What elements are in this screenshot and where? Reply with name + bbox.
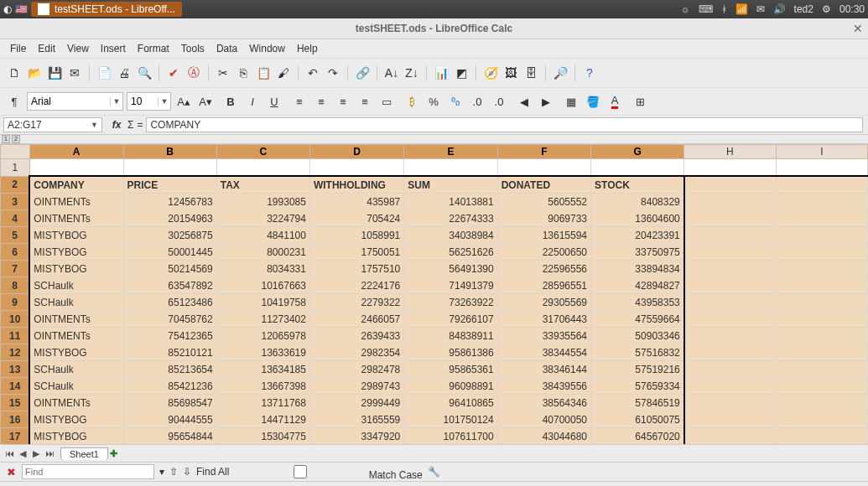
table-cell[interactable]: 1757510 — [309, 261, 403, 277]
table-cell[interactable]: 101750124 — [404, 411, 497, 428]
table-cell[interactable]: 96410865 — [404, 395, 497, 411]
sort-asc-icon[interactable]: A↓ — [382, 64, 401, 82]
table-cell[interactable]: 79266107 — [404, 311, 497, 328]
table-cell[interactable]: 38344554 — [497, 344, 590, 361]
equals-icon[interactable]: = — [137, 119, 143, 131]
table-cell[interactable]: 29305569 — [497, 294, 590, 311]
table-cell[interactable]: 8408329 — [591, 194, 684, 210]
table-cell[interactable]: 90444555 — [123, 411, 216, 428]
row-header[interactable]: 17 — [1, 428, 30, 445]
row-header[interactable]: 15 — [1, 395, 30, 411]
table-cell[interactable]: 61050075 — [591, 411, 684, 428]
undo-icon[interactable]: ↶ — [304, 64, 322, 82]
table-cell[interactable]: 11273402 — [216, 311, 309, 328]
find-prev-icon[interactable]: ⇧ — [169, 466, 178, 478]
table-cell[interactable]: 2982478 — [309, 361, 403, 378]
keyboard-icon[interactable]: ⌨ — [699, 3, 713, 15]
table-cell[interactable]: SCHaulk — [29, 294, 123, 311]
table-cell[interactable]: 13634185 — [216, 361, 309, 378]
copy-icon[interactable]: ⎘ — [234, 64, 252, 82]
row-header[interactable]: 11 — [1, 328, 30, 344]
table-cell[interactable]: 10167663 — [216, 277, 309, 294]
italic-icon[interactable]: I — [243, 92, 262, 111]
table-cell[interactable]: 95654844 — [123, 428, 216, 445]
table-cell[interactable]: 85210121 — [123, 344, 216, 361]
row-header[interactable]: 6 — [1, 244, 30, 261]
auto-spellcheck-icon[interactable]: Ⓐ — [185, 64, 203, 82]
row-header[interactable]: 10 — [1, 311, 30, 328]
font-name-input[interactable] — [28, 94, 110, 109]
decrease-indent-icon[interactable]: ◀ — [515, 92, 533, 111]
table-cell[interactable]: MISTYBOG — [29, 344, 123, 361]
table-header-cell[interactable]: DONATED — [497, 176, 590, 194]
table-cell[interactable]: 2982354 — [309, 344, 403, 361]
table-cell[interactable]: 43044680 — [497, 428, 590, 445]
name-box[interactable]: A2:G17 ▼ — [3, 117, 102, 132]
table-cell[interactable]: 10419758 — [216, 294, 309, 311]
menu-data[interactable]: Data — [211, 41, 242, 56]
row-header[interactable]: 9 — [1, 294, 30, 311]
menu-format[interactable]: Format — [133, 41, 174, 56]
table-cell[interactable]: 34038984 — [404, 227, 497, 244]
table-cell[interactable]: 96098891 — [404, 378, 497, 395]
table-cell[interactable]: 95861386 — [404, 344, 497, 361]
align-justify-icon[interactable]: ≡ — [356, 92, 374, 111]
table-cell[interactable]: 13615594 — [497, 227, 590, 244]
column-header[interactable]: E — [404, 145, 497, 159]
align-left-icon[interactable]: ≡ — [290, 92, 309, 111]
print-preview-icon[interactable]: 🔍 — [135, 64, 153, 82]
paste-icon[interactable]: 📋 — [254, 64, 273, 82]
add-decimal-icon[interactable]: .0 — [468, 92, 486, 111]
table-cell[interactable]: 33894834 — [591, 261, 684, 277]
user-label[interactable]: ted2 — [794, 3, 813, 15]
function-wizard-icon[interactable]: fx — [109, 119, 124, 131]
table-cell[interactable]: 705424 — [309, 210, 403, 227]
table-cell[interactable]: 15304775 — [216, 428, 309, 445]
settings-gear-icon[interactable]: ⚙ — [822, 3, 831, 15]
row-header[interactable]: 5 — [1, 227, 30, 244]
table-cell[interactable]: 50001445 — [123, 244, 216, 261]
table-cell[interactable]: 3347920 — [309, 428, 403, 445]
merge-cells-icon[interactable]: ▭ — [377, 92, 396, 111]
add-sheet-icon[interactable]: ✚ — [110, 448, 117, 459]
font-name-combo[interactable]: ▼ — [27, 92, 123, 111]
align-right-icon[interactable]: ≡ — [334, 92, 352, 111]
open-icon[interactable]: 📂 — [25, 64, 44, 82]
table-cell[interactable]: 38439556 — [497, 378, 590, 395]
table-header-cell[interactable]: COMPANY — [29, 176, 123, 194]
table-cell[interactable]: 3224794 — [216, 210, 309, 227]
table-cell[interactable]: SCHaulk — [29, 361, 123, 378]
table-cell[interactable]: 56251626 — [404, 244, 497, 261]
number-format-icon[interactable]: ⁰₀ — [446, 92, 465, 111]
menu-edit[interactable]: Edit — [33, 41, 60, 56]
print-icon[interactable]: 🖨 — [115, 64, 133, 82]
bluetooth-icon[interactable]: ᚼ — [721, 3, 727, 15]
table-cell[interactable]: OINTMENTs — [29, 311, 123, 328]
align-center-icon[interactable]: ≡ — [312, 92, 330, 111]
chevron-down-icon[interactable]: ▼ — [110, 97, 122, 106]
mail-icon[interactable]: ✉ — [756, 3, 765, 15]
table-cell[interactable]: 63547892 — [123, 277, 216, 294]
table-cell[interactable]: OINTMENTs — [29, 328, 123, 344]
conditional-icon[interactable]: ⊞ — [631, 92, 649, 111]
table-cell[interactable]: 2989743 — [309, 378, 403, 395]
insert-object-icon[interactable]: ◩ — [452, 64, 470, 82]
menu-insert[interactable]: Insert — [96, 41, 131, 56]
table-cell[interactable]: 33935564 — [497, 328, 590, 344]
table-cell[interactable]: SCHaulk — [29, 277, 123, 294]
tab-first-icon[interactable]: ⏮ — [3, 448, 15, 459]
data-sources-icon[interactable]: 🗄 — [522, 64, 540, 82]
table-cell[interactable]: 2279322 — [309, 294, 403, 311]
table-header-cell[interactable]: WITHHOLDING — [309, 176, 403, 194]
table-cell[interactable]: 43958353 — [591, 294, 684, 311]
gallery-icon[interactable]: 🖼 — [502, 64, 520, 82]
clock[interactable]: 00:30 — [839, 3, 865, 15]
table-cell[interactable]: 2999449 — [309, 395, 403, 411]
table-cell[interactable]: 22674333 — [404, 210, 497, 227]
spellcheck-icon[interactable]: ✔ — [164, 64, 183, 82]
table-cell[interactable]: 8000231 — [216, 244, 309, 261]
chevron-down-icon[interactable]: ▼ — [158, 97, 170, 106]
new-doc-icon[interactable]: 🗋 — [5, 64, 23, 82]
formula-input[interactable]: COMPANY — [146, 117, 863, 132]
table-cell[interactable]: 40700050 — [497, 411, 590, 428]
